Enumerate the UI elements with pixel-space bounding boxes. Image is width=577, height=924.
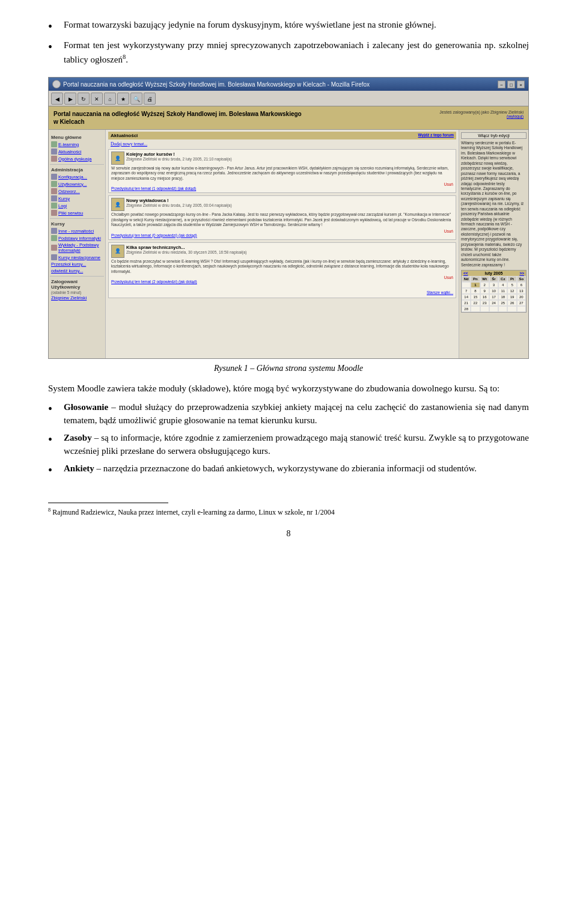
sidebar-uzytkownicy[interactable]: Użytkownicy... [50, 180, 104, 188]
sidebar-podstawy-label: Podstawy informatyki [58, 236, 101, 241]
delete-link-2[interactable]: Usuń [444, 229, 453, 233]
cal-w4-pt[interactable]: 26 [507, 300, 516, 306]
bullet-glosowanie: • Głosowanie – moduł służący do przeprow… [48, 400, 529, 427]
reload-icon[interactable]: ↻ [78, 93, 90, 105]
cal-w3-so[interactable]: 20 [517, 294, 526, 300]
elearning-icon [51, 141, 57, 147]
sidebar-wyklady[interactable]: Wykłady - Podstawy Informatyki [50, 242, 104, 254]
discuss-link-1[interactable]: Przedyskutuj ten temat (1 odpowiedź) (ja… [111, 186, 453, 191]
sidebar-aktualnosci[interactable]: Aktualności [50, 148, 104, 155]
discuss-link-3[interactable]: Przedyskutuj ten temat (2 odpowiedzi) (j… [111, 280, 453, 284]
edit-mode-button[interactable]: Włącz tryb edycji [461, 132, 527, 139]
sidebar-przeszkol-label: Przeszkol kursy... [51, 262, 86, 267]
bullet-text-glosowanie: Głosowanie – moduł służący do przeprowad… [64, 400, 529, 427]
cal-month: luty 2005 [485, 271, 503, 275]
sidebar-elearning[interactable]: E-learning [50, 141, 104, 148]
cal-w5-nd[interactable]: 28 [462, 306, 471, 312]
sidebar-dyskusja[interactable]: Ogólna dyskusja [50, 155, 104, 162]
sidebar-podstawy[interactable]: Podstawy informatyki [50, 234, 104, 242]
pliki-icon [51, 210, 57, 216]
aktualnosci-title: Aktualności [111, 133, 138, 138]
cal-w4-sr[interactable]: 24 [489, 300, 498, 306]
news-title-3: Kilka spraw technicznych... [126, 245, 453, 250]
cal-prev[interactable]: << [463, 271, 468, 275]
cal-w3-cz[interactable]: 18 [498, 294, 507, 300]
starsze-watki-link[interactable]: Starsze wątki... [427, 290, 453, 295]
sidebar-inne[interactable]: Inne - rozmaitości [50, 227, 104, 234]
wyklady-icon [51, 245, 57, 251]
cal-w2-pt[interactable]: 12 [507, 288, 516, 294]
cal-w1-cz[interactable]: 4 [498, 282, 507, 288]
news-item-2-header: 👤 Nowy wykładowca ! Zbigniew Zieliński w… [111, 198, 453, 211]
sidebar-konfiguracja[interactable]: Konfiguracja... [50, 173, 104, 180]
sidebar-divider-1 [50, 164, 104, 165]
moodle-header: Portal nauczania na odległość Wyższej Sz… [49, 106, 528, 130]
cal-w3-pn[interactable]: 15 [471, 294, 480, 300]
starsze-link: Starsze wątki... [111, 286, 453, 296]
add-topic-link[interactable]: Dodaj nowy temat... [108, 141, 456, 147]
cal-w4-wt[interactable]: 23 [480, 300, 489, 306]
delete-link-3[interactable]: Usuń [444, 275, 453, 280]
cal-w3-nd[interactable]: 14 [462, 294, 471, 300]
close-button[interactable]: × [517, 81, 525, 88]
cal-w3-pt[interactable]: 19 [507, 294, 516, 300]
sidebar-przeszkol[interactable]: Przeszkol kursy... [50, 261, 104, 268]
cal-w4-nd[interactable]: 21 [462, 300, 471, 306]
maximize-button[interactable]: □ [507, 81, 515, 88]
sidebar-kursy-admin[interactable]: Kursy [50, 195, 104, 202]
news-item-1: 👤 Kolejny autor kursów ! Zbigniew Zieliń… [108, 149, 456, 193]
calendar-header: << luty 2005 >> [462, 271, 526, 276]
bullet-ankiety-rest: – narzędzia przeznaczone do badań ankiet… [94, 464, 477, 473]
cal-w2-cz[interactable]: 11 [498, 288, 507, 294]
forward-icon[interactable]: ▶ [64, 93, 76, 105]
cal-w1-pn[interactable]: 1 [471, 282, 480, 288]
cal-w4-cz[interactable]: 25 [498, 300, 507, 306]
sidebar-logged-user[interactable]: Zbigniew Zieliński [50, 295, 104, 301]
cal-w4-pn[interactable]: 22 [471, 300, 480, 306]
cal-w2-nd[interactable]: 7 [462, 288, 471, 294]
cal-w1-sr[interactable]: 3 [489, 282, 498, 288]
bookmark-icon[interactable]: ★ [117, 93, 129, 105]
search-icon[interactable]: 🔍 [130, 93, 142, 105]
titlebar-controls[interactable]: − □ × [498, 81, 525, 88]
cal-w1-wt[interactable]: 2 [480, 282, 489, 288]
news-meta-2: Nowy wykładowca ! Zbigniew Zieliński w d… [126, 198, 453, 207]
news-body-1: W serwisie zarejestrował się nowy autor … [111, 166, 453, 181]
sidebar-pliki[interactable]: Pliki serwisu [50, 209, 104, 216]
logout-link[interactable]: (wyloguj) [439, 114, 524, 118]
cal-header-wt: Wt [480, 276, 489, 282]
back-icon[interactable]: ◀ [51, 93, 63, 105]
forum-exit-link[interactable]: Wyjdź z tego forum [418, 133, 454, 138]
bullet-2-text: Format ten jest wykorzystywany przy mnie… [64, 40, 529, 64]
print-icon[interactable]: 🖨 [144, 93, 156, 105]
top-bullets: • Format towarzyski bazujący jedynie na … [48, 18, 529, 66]
moodle-screenshot: Portal nauczania na odległość Wyższej Sz… [48, 77, 529, 359]
sidebar-odwiedz[interactable]: odwiedź kursy... [50, 268, 104, 274]
stop-icon[interactable]: ✕ [91, 93, 103, 105]
sidebar-odzworz-label: Odzworz... [58, 189, 80, 194]
cal-next[interactable]: >> [519, 271, 524, 275]
sidebar-niestacjonarne[interactable]: Kursy niestacjonarne [50, 254, 104, 261]
sidebar-odzworz[interactable]: Odzworz... [50, 188, 104, 195]
intro-paragraph: System Moodle zawiera także moduły (skła… [48, 382, 529, 396]
sidebar-logi-label: Logi [58, 203, 67, 209]
cal-w2-so[interactable]: 13 [517, 288, 526, 294]
delete-link-1[interactable]: Usuń [444, 182, 453, 186]
logowani-section-title: Zalogowani Użytkownicy [51, 279, 104, 290]
home-icon[interactable]: ⌂ [104, 93, 116, 105]
cal-w1-pt[interactable]: 5 [507, 282, 516, 288]
sidebar-kursy-admin-label: Kursy [58, 196, 70, 201]
cal-w2-pn[interactable]: 8 [471, 288, 480, 294]
discuss-link-2[interactable]: Przedyskutuj ten temat (0 odpowiedzi) (j… [111, 233, 453, 237]
news-item-3: 👤 Kilka spraw technicznych... Zbigniew Z… [108, 242, 456, 298]
cal-w5-wt [480, 306, 489, 312]
sidebar-logi[interactable]: Logi [50, 202, 104, 209]
cal-w1-so[interactable]: 6 [517, 282, 526, 288]
cal-w4-so[interactable]: 27 [517, 300, 526, 306]
cal-w3-wt[interactable]: 16 [480, 294, 489, 300]
avatar-3: 👤 [111, 245, 124, 258]
cal-w2-sr[interactable]: 10 [489, 288, 498, 294]
cal-w2-wt[interactable]: 9 [480, 288, 489, 294]
minimize-button[interactable]: − [498, 81, 505, 88]
cal-w3-sr[interactable]: 17 [489, 294, 498, 300]
